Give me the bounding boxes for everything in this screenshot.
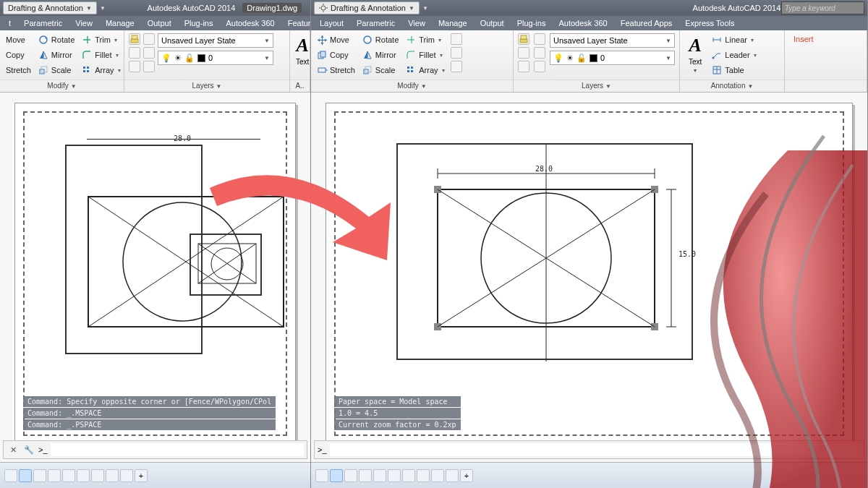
menu-item[interactable]: Output	[142, 17, 177, 29]
leader-button[interactable]: Leader▾	[710, 48, 757, 61]
viewport[interactable]	[396, 143, 693, 360]
rotate-button[interactable]: Rotate	[37, 33, 76, 46]
layer-current-dropdown[interactable]: 💡 ☀ 🔓 0▼	[550, 51, 675, 65]
wrench-icon[interactable]: 🔧	[22, 443, 35, 456]
command-bar[interactable]: ✕ 🔧 >_	[3, 440, 307, 459]
stretch-button[interactable]: Stretch	[315, 64, 357, 77]
status-button[interactable]	[417, 469, 430, 482]
menu-item[interactable]: Parametric	[18, 17, 68, 29]
command-input[interactable]	[330, 443, 861, 456]
layout-button[interactable]	[33, 469, 46, 482]
stretch-button[interactable]: Stretch	[4, 64, 33, 77]
viewport-small[interactable]	[190, 234, 262, 296]
modify-extra-button[interactable]	[451, 33, 462, 45]
copy-button[interactable]: Copy	[4, 48, 33, 61]
array-button[interactable]: Array▾	[80, 64, 122, 77]
insert-button[interactable]: Insert	[789, 33, 818, 45]
scale-button[interactable]: Scale	[361, 64, 400, 77]
text-button[interactable]: AText	[292, 33, 313, 67]
linear-icon	[712, 35, 722, 45]
trim-button[interactable]: Trim▾	[404, 33, 446, 46]
layer-state-dropdown[interactable]: Unsaved Layer State▼	[550, 33, 675, 48]
menu-item[interactable]: t	[3, 17, 17, 29]
menu-item[interactable]: Autodesk 360	[220, 17, 280, 29]
status-button[interactable]	[402, 469, 415, 482]
trim-button[interactable]: Trim▾	[80, 33, 122, 46]
drawing-area[interactable]: 28.0 15.0 Paper space = Model space 1.0 …	[311, 93, 867, 488]
layer-tool-button[interactable]	[518, 61, 529, 72]
command-bar[interactable]: >_	[314, 440, 864, 459]
menu-item[interactable]: Plug-ins	[179, 17, 219, 29]
mirror-button[interactable]: Mirror	[37, 48, 76, 61]
menu-item[interactable]: Featured Apps	[615, 17, 678, 29]
rotate-icon	[362, 35, 373, 45]
status-button[interactable]	[106, 469, 119, 482]
status-button[interactable]	[77, 469, 90, 482]
drawing-area[interactable]: 28.0 Command: Specify opposite corner or…	[0, 93, 310, 488]
status-button[interactable]	[373, 469, 386, 482]
mirror-button[interactable]: Mirror	[361, 48, 400, 61]
modify-extra-button[interactable]	[451, 61, 462, 72]
menu-item[interactable]: Parametric	[351, 17, 401, 29]
menu-item[interactable]: Autodesk 360	[553, 17, 613, 29]
ribbon: Move Copy Stretch Rotate Mirror Scale Tr…	[0, 30, 310, 93]
fillet-button[interactable]: Fillet▾	[80, 48, 122, 61]
status-button[interactable]: +	[135, 469, 148, 482]
layer-current-dropdown[interactable]: 💡 ☀ 🔓 0▼	[158, 51, 273, 65]
array-button[interactable]: Array▾	[404, 64, 446, 77]
status-button[interactable]	[62, 469, 75, 482]
status-button[interactable]	[446, 469, 459, 482]
layer-tool-button[interactable]	[129, 61, 140, 72]
table-button[interactable]: Table	[710, 64, 757, 77]
layer-tool-button[interactable]	[534, 61, 545, 72]
menu-item[interactable]: View	[402, 17, 431, 29]
layer-tool-button[interactable]	[143, 33, 155, 45]
layer-properties-button[interactable]	[518, 33, 529, 45]
model-button[interactable]	[19, 469, 32, 482]
workspace-switcher[interactable]: Drafting & Annotation ▼	[314, 1, 420, 14]
menu-item[interactable]: Plug-ins	[511, 17, 552, 29]
layer-tool-button[interactable]	[534, 33, 545, 45]
layer-tool-button[interactable]	[518, 47, 529, 59]
menu-item[interactable]: Manage	[100, 17, 140, 29]
layer-tool-button[interactable]	[129, 47, 140, 59]
viewport[interactable]	[65, 145, 203, 354]
menu-item[interactable]: Express Tools	[679, 17, 740, 29]
status-button[interactable]	[91, 469, 104, 482]
move-button[interactable]: Move	[4, 33, 33, 46]
search-help-input[interactable]: Type a keyword	[781, 1, 864, 14]
layout-button[interactable]	[344, 469, 357, 482]
panel-annotation: AText▾ Linear▾ Leader▾ Table Annotation▼	[680, 30, 785, 92]
rotate-button[interactable]: Rotate	[361, 33, 400, 46]
fillet-button[interactable]: Fillet▾	[404, 48, 446, 61]
layer-tool-button[interactable]	[143, 47, 155, 59]
modify-extra-button[interactable]	[451, 47, 462, 59]
menu-item[interactable]: Layout	[314, 17, 349, 29]
layer-state-dropdown[interactable]: Unsaved Layer State▼	[158, 33, 273, 48]
move-button[interactable]: Move	[315, 33, 357, 46]
close-icon[interactable]: ✕	[7, 443, 20, 456]
text-button[interactable]: AText▾	[684, 33, 706, 75]
layer-properties-button[interactable]	[129, 33, 140, 45]
model-button[interactable]	[330, 469, 343, 482]
linear-dim-button[interactable]: Linear▾	[710, 33, 757, 46]
menu-item[interactable]: Output	[475, 17, 510, 29]
status-button[interactable]	[4, 469, 17, 482]
gear-icon	[319, 4, 328, 12]
workspace-switcher[interactable]: Drafting & Annotation ▼	[3, 1, 97, 14]
status-button[interactable]: +	[460, 469, 473, 482]
layer-tool-button[interactable]	[534, 47, 545, 59]
status-button[interactable]	[388, 469, 401, 482]
copy-button[interactable]: Copy	[315, 48, 357, 61]
status-button[interactable]	[120, 469, 133, 482]
status-button[interactable]	[48, 469, 61, 482]
status-button[interactable]	[359, 469, 372, 482]
layer-tool-button[interactable]	[143, 61, 155, 72]
menu-item[interactable]: Manage	[433, 17, 473, 29]
status-button[interactable]	[315, 469, 328, 482]
command-input[interactable]	[51, 443, 304, 456]
panel-modify: Move Copy Stretch Rotate Mirror Scale Tr…	[311, 30, 514, 92]
scale-button[interactable]: Scale	[37, 64, 76, 77]
menu-item[interactable]: View	[69, 17, 98, 29]
status-button[interactable]	[431, 469, 444, 482]
